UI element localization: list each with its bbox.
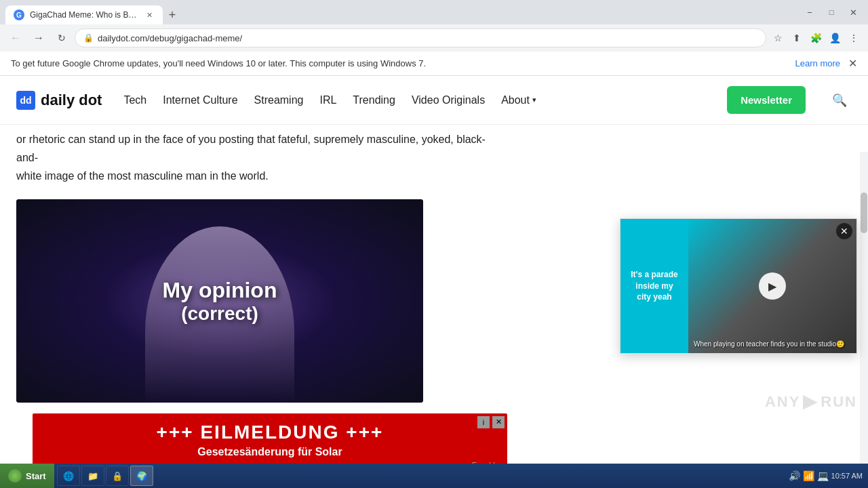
window-controls: − □ ✕ — [800, 3, 863, 22]
nav-item-about[interactable]: About ▾ — [501, 94, 536, 106]
lock-icon: 🔒 — [83, 33, 94, 43]
advertisement-banner: i ✕ +++ EILMELDUNG +++ Gesetzesänderung … — [33, 413, 507, 466]
site-navigation: Tech Internet Culture Streaming IRL Tren… — [123, 94, 705, 106]
search-button[interactable]: 🔍 — [827, 88, 852, 113]
share-button[interactable]: ⬆ — [788, 29, 806, 47]
taskbar-items: 🌐 📁 🔒 🌍 — [54, 466, 783, 486]
profile-button[interactable]: 👤 — [826, 29, 844, 47]
system-clock: 10:57 AM — [831, 471, 863, 481]
nav-actions: ☆ ⬆ 🧩 👤 ⋮ — [769, 29, 863, 47]
start-button[interactable]: Start — [0, 464, 54, 488]
logo-icon: dd — [16, 91, 35, 110]
tab-title: GigaChad Meme: Who is Behind the... — [30, 10, 138, 20]
back-button[interactable]: ← — [5, 28, 26, 48]
maximize-button[interactable]: □ — [822, 3, 841, 22]
close-button[interactable]: ✕ — [844, 3, 863, 22]
bookmark-star-button[interactable]: ☆ — [769, 29, 787, 47]
taskbar-item-chrome[interactable]: 🌍 — [130, 466, 153, 486]
taskbar: Start 🌐 📁 🔒 🌍 🔊 📶 💻 10:57 AM — [0, 464, 868, 488]
meme-line1: My opinion — [163, 277, 277, 302]
article-image: My opinion (correct) — [16, 199, 423, 403]
system-icon[interactable]: 💻 — [817, 470, 829, 481]
video-right-panel: ▶ When playing on teacher finds you in t… — [688, 219, 856, 353]
anyrun-suffix: RUN — [821, 393, 857, 411]
page-content: dd daily dot Tech Internet Culture Strea… — [0, 76, 868, 466]
navigation-bar: ← → ↻ 🔒 dailydot.com/debug/gigachad-meme… — [0, 24, 868, 52]
ad-info-button[interactable]: i — [477, 416, 490, 428]
nav-item-internet-culture[interactable]: Internet Culture — [163, 94, 237, 106]
video-left-panel: It's a parade inside my city yeah — [620, 219, 688, 353]
security-icon: 🔒 — [111, 469, 124, 483]
address-text: dailydot.com/debug/gigachad-meme/ — [98, 33, 757, 43]
network-icon[interactable]: 📶 — [803, 470, 814, 481]
meme-overlay-text: My opinion (correct) — [163, 277, 277, 324]
ad-close-button[interactable]: ✕ — [492, 416, 505, 428]
menu-button[interactable]: ⋮ — [845, 29, 863, 47]
ad-controls: i ✕ — [30, 416, 505, 428]
system-tray: 🔊 📶 💻 10:57 AM — [783, 470, 868, 481]
article-body-text: or rhetoric can stand up in the face of … — [16, 125, 499, 186]
notification-bar: To get future Google Chrome updates, you… — [0, 52, 868, 76]
explorer-icon: 📁 — [86, 469, 100, 483]
windows-logo-icon — [8, 469, 22, 483]
logo-text: daily dot — [41, 92, 102, 109]
video-overlay-text: When playing on teacher finds you in the… — [694, 340, 851, 348]
notification-text: To get future Google Chrome updates, you… — [11, 58, 795, 68]
site-header: dd daily dot Tech Internet Culture Strea… — [0, 76, 868, 125]
tab-bar: G GigaChad Meme: Who is Behind the... ✕ … — [5, 0, 800, 24]
site-logo[interactable]: dd daily dot — [16, 91, 102, 110]
volume-icon[interactable]: 🔊 — [789, 470, 800, 481]
logo-icon-text: dd — [20, 95, 31, 106]
extensions-button[interactable]: 🧩 — [807, 29, 825, 47]
ad-wrapper: i ✕ +++ EILMELDUNG +++ Gesetzesänderung … — [0, 413, 868, 466]
active-tab[interactable]: G GigaChad Meme: Who is Behind the... ✕ — [5, 5, 163, 24]
nav-item-streaming[interactable]: Streaming — [254, 94, 304, 106]
browser-frame: G GigaChad Meme: Who is Behind the... ✕ … — [0, 0, 868, 52]
taskbar-item-security[interactable]: 🔒 — [106, 466, 129, 486]
minimize-button[interactable]: − — [800, 3, 819, 22]
ad-subtext: Gesetzesänderung für Solar — [197, 446, 342, 458]
nav-item-tech[interactable]: Tech — [123, 94, 146, 106]
floating-video-player: ✕ It's a parade inside my city yeah ▶ Wh… — [620, 218, 857, 354]
video-play-button[interactable]: ▶ — [759, 272, 786, 300]
chrome-icon: 🌍 — [135, 469, 149, 483]
about-dropdown-arrow: ▾ — [532, 96, 536, 104]
scrollbar-thumb[interactable] — [861, 192, 867, 233]
taskbar-item-ie[interactable]: 🌐 — [57, 466, 80, 486]
video-inner: It's a parade inside my city yeah ▶ When… — [620, 219, 856, 353]
forward-button[interactable]: → — [28, 28, 49, 48]
start-label: Start — [26, 471, 46, 481]
nav-item-irl[interactable]: IRL — [319, 94, 336, 106]
clock-time: 10:57 AM — [831, 471, 863, 481]
anyrun-watermark: ANY ▶ RUN — [765, 391, 857, 412]
taskbar-item-explorer[interactable]: 📁 — [81, 466, 104, 486]
nav-item-video-originals[interactable]: Video Originals — [412, 94, 485, 106]
tab-favicon: G — [14, 9, 24, 20]
reload-button[interactable]: ↻ — [52, 28, 72, 48]
video-close-button[interactable]: ✕ — [836, 223, 852, 239]
article-main: or rhetoric can stand up in the face of … — [0, 125, 515, 403]
anyrun-text: ANY — [765, 393, 800, 411]
anyrun-play-icon: ▶ — [803, 391, 818, 412]
scrollbar[interactable] — [860, 152, 868, 466]
title-bar: G GigaChad Meme: Who is Behind the... ✕ … — [0, 0, 868, 24]
nav-item-trending[interactable]: Trending — [353, 94, 395, 106]
video-caption: It's a parade inside my city yeah — [629, 269, 680, 303]
notification-close-button[interactable]: ✕ — [848, 57, 857, 70]
new-tab-button[interactable]: + — [163, 5, 182, 24]
meme-line2: (correct) — [163, 302, 277, 324]
favicon-letter: G — [16, 12, 22, 19]
tab-close-button[interactable]: ✕ — [144, 9, 155, 20]
address-bar[interactable]: 🔒 dailydot.com/debug/gigachad-meme/ — [75, 28, 766, 47]
newsletter-button[interactable]: Newsletter — [727, 86, 806, 114]
ie-icon: 🌐 — [62, 469, 75, 483]
learn-more-link[interactable]: Learn more — [795, 58, 840, 68]
